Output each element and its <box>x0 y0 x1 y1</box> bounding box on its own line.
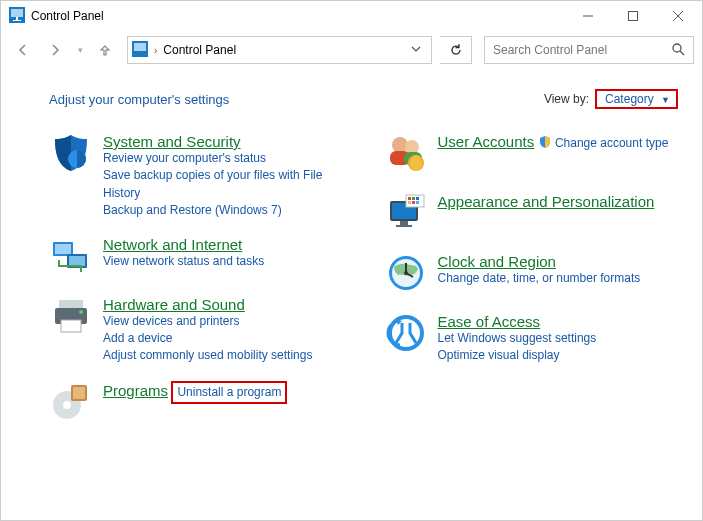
category-link[interactable]: Add a device <box>103 330 344 347</box>
shield-small-icon <box>538 135 552 152</box>
control-panel-icon <box>9 7 25 26</box>
svg-rect-32 <box>400 221 408 225</box>
maximize-button[interactable] <box>610 2 655 30</box>
category-column-right: User Accounts Change account type Appear… <box>384 133 679 441</box>
svg-rect-1 <box>11 9 23 17</box>
shield-icon <box>49 133 93 177</box>
network-icon <box>49 236 93 280</box>
search-icon[interactable] <box>671 42 685 59</box>
category-link[interactable]: Adjust commonly used mobility settings <box>103 347 344 364</box>
svg-rect-39 <box>412 201 415 204</box>
category-title[interactable]: Programs <box>103 382 168 399</box>
category-hardware-and-sound: Hardware and Sound View devices and prin… <box>49 296 344 365</box>
svg-rect-37 <box>416 197 419 200</box>
navbar: ▾ › Control Panel <box>1 31 702 69</box>
content-header: Adjust your computer's settings View by:… <box>49 89 678 109</box>
category-column-left: System and Security Review your computer… <box>49 133 344 441</box>
titlebar: Control Panel <box>1 1 702 31</box>
highlighted-link: Uninstall a program <box>171 381 287 404</box>
minimize-button[interactable] <box>565 2 610 30</box>
printer-icon <box>49 296 93 340</box>
svg-rect-33 <box>396 225 412 227</box>
programs-icon <box>49 381 93 425</box>
svg-rect-38 <box>408 201 411 204</box>
category-link[interactable]: Review your computer's status <box>103 150 344 167</box>
category-title[interactable]: Ease of Access <box>438 313 541 330</box>
category-grid: System and Security Review your computer… <box>49 133 678 441</box>
svg-rect-36 <box>412 197 415 200</box>
refresh-button[interactable] <box>440 36 472 64</box>
category-title[interactable]: User Accounts <box>438 133 535 150</box>
category-link[interactable]: View devices and printers <box>103 313 344 330</box>
category-link[interactable]: Change date, time, or number formats <box>438 270 679 287</box>
category-clock-and-region: Clock and Region Change date, time, or n… <box>384 253 679 297</box>
category-ease-of-access: Ease of Access Let Windows suggest setti… <box>384 313 679 365</box>
category-title[interactable]: System and Security <box>103 133 241 150</box>
viewby-value: Category <box>605 92 654 106</box>
category-link[interactable]: Backup and Restore (Windows 7) <box>103 202 344 219</box>
svg-line-11 <box>680 51 684 55</box>
category-title[interactable]: Appearance and Personalization <box>438 193 655 210</box>
address-bar[interactable]: › Control Panel <box>127 36 432 64</box>
address-dropdown-button[interactable] <box>405 43 427 57</box>
category-link[interactable]: View network status and tasks <box>103 253 344 270</box>
category-link[interactable]: Save backup copies of your files with Fi… <box>103 167 344 202</box>
category-appearance-and-personalization: Appearance and Personalization <box>384 193 679 237</box>
category-link[interactable]: Let Windows suggest settings <box>438 330 679 347</box>
category-system-and-security: System and Security Review your computer… <box>49 133 344 220</box>
svg-rect-9 <box>134 43 146 51</box>
viewby-dropdown[interactable]: Category ▼ <box>595 89 678 109</box>
search-input[interactable] <box>493 43 671 57</box>
clock-icon <box>384 253 428 297</box>
svg-rect-16 <box>69 256 85 266</box>
svg-rect-19 <box>61 320 81 332</box>
appearance-icon <box>384 193 428 237</box>
close-button[interactable] <box>655 2 700 30</box>
svg-point-45 <box>404 271 408 275</box>
chevron-down-icon: ▼ <box>661 95 670 105</box>
category-link[interactable]: Change account type <box>555 136 668 150</box>
svg-rect-14 <box>55 244 71 254</box>
svg-rect-40 <box>416 201 419 204</box>
control-panel-icon <box>132 41 148 60</box>
category-title[interactable]: Clock and Region <box>438 253 556 270</box>
svg-rect-5 <box>628 12 637 21</box>
svg-rect-24 <box>73 387 85 399</box>
category-programs: Programs Uninstall a program <box>49 381 344 425</box>
window-title: Control Panel <box>31 9 104 23</box>
category-title[interactable]: Network and Internet <box>103 236 242 253</box>
category-link[interactable]: Optimize visual display <box>438 347 679 364</box>
search-box[interactable] <box>484 36 694 64</box>
svg-rect-3 <box>13 20 21 21</box>
content-area: Adjust your computer's settings View by:… <box>1 69 702 451</box>
category-title[interactable]: Hardware and Sound <box>103 296 245 313</box>
svg-point-22 <box>63 401 71 409</box>
category-user-accounts: User Accounts Change account type <box>384 133 679 177</box>
user-accounts-icon <box>384 133 428 177</box>
svg-point-10 <box>673 44 681 52</box>
chevron-right-icon[interactable]: › <box>154 45 157 56</box>
ease-of-access-icon <box>384 313 428 357</box>
svg-point-20 <box>79 310 83 314</box>
category-link-uninstall[interactable]: Uninstall a program <box>177 385 281 399</box>
viewby-label: View by: <box>544 92 589 106</box>
recent-dropdown-icon[interactable]: ▾ <box>73 36 87 64</box>
svg-point-27 <box>405 140 419 154</box>
breadcrumb[interactable]: Control Panel <box>163 43 236 57</box>
back-button[interactable] <box>9 36 37 64</box>
forward-button[interactable] <box>41 36 69 64</box>
up-button[interactable] <box>91 36 119 64</box>
page-heading: Adjust your computer's settings <box>49 92 229 107</box>
category-network-and-internet: Network and Internet View network status… <box>49 236 344 280</box>
svg-rect-35 <box>408 197 411 200</box>
